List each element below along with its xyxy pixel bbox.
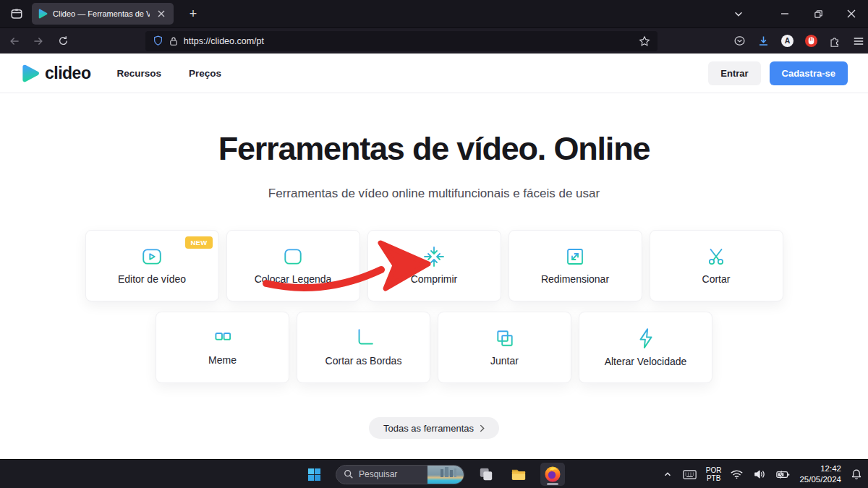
clideo-logo[interactable]: clideo	[20, 64, 90, 83]
svg-text:A: A	[784, 37, 790, 45]
site-nav: Recursos Preços	[116, 68, 221, 79]
firefox-taskbar-icon[interactable]	[540, 463, 565, 486]
new-tab-button[interactable]: +	[184, 4, 203, 23]
compress-icon	[423, 247, 445, 267]
merge-icon	[495, 328, 515, 348]
clideo-page: clideo Recursos Preços Entrar Cadastra-s…	[0, 53, 868, 459]
list-all-tabs-icon[interactable]	[726, 3, 751, 25]
url-text[interactable]: https://clideo.com/pt	[184, 36, 634, 46]
video-editor-icon	[141, 247, 163, 267]
tray-date: 25/05/2024	[799, 475, 841, 484]
start-button-icon[interactable]	[303, 463, 325, 485]
tool-card-juntar[interactable]: Juntar	[438, 312, 571, 383]
tool-card-editor-de-video[interactable]: NEW Editor de vídeo	[85, 230, 219, 301]
close-button[interactable]	[835, 0, 868, 27]
resize-icon	[565, 247, 585, 267]
menu-hamburger-icon[interactable]	[849, 32, 868, 51]
tools-row-1: NEW Editor de vídeo Colocar Legenda Comp…	[0, 230, 868, 301]
file-explorer-icon[interactable]	[508, 463, 529, 485]
clideo-play-icon	[20, 64, 40, 83]
reload-icon[interactable]	[53, 31, 73, 51]
volume-icon[interactable]	[752, 468, 767, 481]
restore-button[interactable]	[801, 0, 835, 27]
taskbar-search-input[interactable]: Pesquisar	[336, 465, 464, 484]
tool-card-cortar[interactable]: Cortar	[650, 230, 783, 301]
tray-chevron-up-icon[interactable]	[662, 468, 673, 480]
clideo-favicon	[38, 9, 48, 19]
search-placeholder: Pesquisar	[359, 469, 397, 479]
wifi-icon[interactable]	[729, 468, 744, 481]
task-view-icon[interactable]	[475, 463, 497, 485]
back-icon[interactable]	[4, 31, 25, 51]
active-app-indicator	[547, 483, 558, 485]
system-tray: PORPTB 12:4225/05/2024	[662, 460, 864, 488]
all-tools-button[interactable]: Todas as ferramentas	[369, 417, 499, 439]
adblock-icon[interactable]	[801, 32, 820, 51]
signup-button[interactable]: Cadastra-se	[770, 61, 848, 85]
pocket-icon[interactable]	[730, 32, 749, 51]
url-bar[interactable]: https://clideo.com/pt	[145, 31, 658, 51]
bing-daily-image[interactable]	[427, 466, 464, 484]
browser-toolbar: https://clideo.com/pt A	[0, 27, 868, 53]
header-actions: Entrar Cadastra-se	[708, 61, 848, 85]
tools-row-2: Meme Cortar as Bordas Juntar Alterar Vel…	[0, 312, 868, 383]
clock[interactable]: 12:4225/05/2024	[799, 463, 841, 485]
window-controls	[768, 0, 868, 27]
language-indicator[interactable]: PORPTB	[706, 466, 722, 483]
page-title: Ferramentas de vídeo. Online	[0, 130, 868, 168]
lock-icon[interactable]	[169, 36, 179, 46]
toolbar-extension-area: A	[730, 32, 868, 51]
firefox-view-icon[interactable]	[6, 4, 27, 23]
page-subtitle: Ferramentas de vídeo online multifuncion…	[0, 187, 868, 201]
browser-tab-bar: Clideo — Ferramentas de Víde +	[0, 0, 868, 27]
tool-card-alterar-velocidade[interactable]: Alterar Velocidade	[579, 312, 712, 383]
nav-precos[interactable]: Preços	[189, 68, 221, 79]
tool-card-meme[interactable]: Meme	[156, 312, 289, 383]
tool-card-redimensionar[interactable]: Redimensionar	[509, 230, 642, 301]
search-icon	[344, 469, 354, 479]
download-icon[interactable]	[754, 32, 773, 51]
notification-bell-icon[interactable]	[849, 467, 864, 481]
crop-icon	[354, 328, 374, 348]
account-icon[interactable]: A	[778, 32, 796, 51]
tab-close-icon[interactable]	[155, 7, 168, 20]
tray-time: 12:42	[820, 464, 841, 473]
extensions-puzzle-icon[interactable]	[825, 32, 844, 51]
touch-keyboard-icon[interactable]	[681, 468, 698, 481]
speed-icon	[637, 328, 655, 349]
bookmark-star-icon[interactable]	[639, 35, 650, 47]
tool-card-colocar-legenda[interactable]: Colocar Legenda	[226, 230, 360, 301]
login-button[interactable]: Entrar	[708, 61, 760, 85]
nav-recursos[interactable]: Recursos	[116, 68, 161, 79]
battery-icon[interactable]	[775, 468, 791, 481]
windows-taskbar: Pesquisar PORPTB 12:4225/05/	[0, 459, 868, 488]
meme-icon	[211, 329, 234, 348]
minimize-button[interactable]	[768, 0, 801, 27]
site-header: clideo Recursos Preços Entrar Cadastra-s…	[0, 53, 868, 93]
tab-title: Clideo — Ferramentas de Víde	[53, 9, 150, 18]
shield-icon[interactable]	[153, 35, 163, 46]
forward-icon[interactable]	[29, 31, 49, 51]
new-badge: NEW	[185, 236, 212, 249]
logo-text: clideo	[45, 64, 90, 83]
browser-tab[interactable]: Clideo — Ferramentas de Víde	[32, 3, 174, 25]
tool-card-cortar-as-bordas[interactable]: Cortar as Bordas	[297, 312, 430, 383]
scissors-icon	[706, 247, 726, 267]
tool-card-comprimir[interactable]: Comprimir	[367, 230, 501, 301]
subtitles-icon	[282, 247, 304, 267]
chevron-right-icon	[480, 424, 485, 432]
screen: Clideo — Ferramentas de Víde + https://c…	[0, 0, 868, 488]
